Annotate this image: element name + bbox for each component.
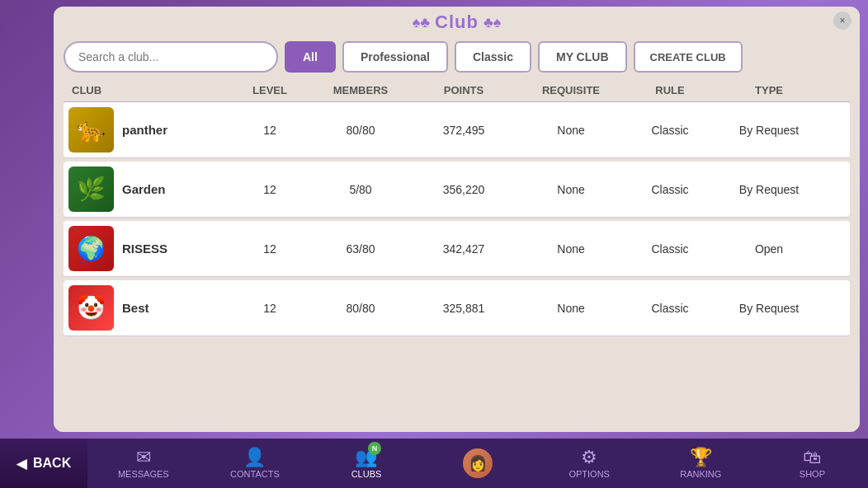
level-cell: 12 bbox=[229, 242, 311, 256]
rule-cell: Classic bbox=[625, 183, 715, 196]
nav-item-ranking[interactable]: 🏆 RANKING bbox=[645, 439, 757, 488]
requisite-cell: None bbox=[517, 183, 625, 196]
table-row[interactable]: 🌿 Garden 12 5/80 356,220 None Classic By… bbox=[64, 162, 850, 218]
nav-item-options[interactable]: ⚙ OPTIONS bbox=[534, 439, 645, 488]
type-cell: By Request bbox=[715, 183, 823, 196]
nav-item-shop[interactable]: 🛍 SHOP bbox=[757, 439, 868, 488]
search-filter-row: All Professional Classic MY CLUB CREATE … bbox=[54, 36, 860, 79]
type-cell: By Request bbox=[715, 124, 823, 137]
options-label: OPTIONS bbox=[568, 469, 610, 479]
title-bar: ♠♣ Club ♣♠ × bbox=[54, 7, 860, 36]
table-row[interactable]: 🌍 RISESS 12 63/80 342,427 None Classic O… bbox=[64, 221, 850, 277]
nav-item-contacts[interactable]: 👤 CONTACTS bbox=[199, 439, 310, 488]
club-logo-garden: 🌿 bbox=[68, 167, 114, 212]
clubs-badge: N bbox=[368, 442, 381, 455]
members-cell: 63/80 bbox=[311, 242, 410, 256]
col-type: TYPE bbox=[715, 84, 823, 96]
members-cell: 5/80 bbox=[311, 183, 410, 196]
dialog-title: Club bbox=[435, 12, 479, 33]
club-cell: 🤡 Best bbox=[64, 285, 229, 331]
members-cell: 80/80 bbox=[311, 302, 410, 315]
table-row[interactable]: 🤡 Best 12 80/80 325,881 None Classic By … bbox=[64, 280, 850, 336]
club-cell: 🌿 Garden bbox=[64, 167, 229, 212]
table-header: CLUB LEVEL MEMBERS POINTS REQUISITE RULE… bbox=[64, 79, 850, 102]
type-cell: Open bbox=[715, 242, 823, 256]
club-logo-panther: 🐆 bbox=[68, 107, 114, 152]
shop-icon: 🛍 bbox=[803, 448, 821, 467]
points-cell: 356,220 bbox=[410, 183, 517, 196]
filter-all-button[interactable]: All bbox=[285, 41, 336, 73]
table-row[interactable]: 🐆 panther 12 80/80 372,495 None Classic … bbox=[64, 102, 850, 158]
close-button[interactable]: × bbox=[833, 12, 851, 30]
messages-label: MESSAGES bbox=[118, 469, 169, 479]
points-cell: 342,427 bbox=[410, 242, 517, 256]
back-arrow-icon: ◀ bbox=[17, 456, 26, 472]
nav-item-profile[interactable]: 👩 bbox=[422, 439, 534, 488]
rule-cell: Classic bbox=[625, 302, 715, 315]
main-dialog: ♠♣ Club ♣♠ × All Professional Classic MY… bbox=[54, 7, 860, 432]
level-cell: 12 bbox=[229, 302, 311, 315]
club-name: Best bbox=[122, 301, 149, 315]
bottom-navigation: ◀ BACK ✉ MESSAGES 👤 CONTACTS N 👥 CLUBS 👩… bbox=[0, 439, 868, 488]
filter-professional-button[interactable]: Professional bbox=[342, 41, 448, 73]
col-requisite: REQUISITE bbox=[517, 84, 625, 96]
col-members: MEMBERS bbox=[311, 84, 410, 96]
col-level: LEVEL bbox=[229, 84, 311, 96]
club-logo-risess: 🌍 bbox=[68, 226, 114, 271]
clubs-table: CLUB LEVEL MEMBERS POINTS REQUISITE RULE… bbox=[54, 79, 860, 432]
club-name: panther bbox=[122, 123, 167, 137]
create-club-button[interactable]: CREATE CLUB bbox=[634, 41, 743, 73]
right-spades-icon: ♣♠ bbox=[484, 14, 501, 31]
type-cell: By Request bbox=[715, 302, 823, 315]
col-points: POINTS bbox=[410, 84, 517, 96]
nav-items-container: ✉ MESSAGES 👤 CONTACTS N 👥 CLUBS 👩 ⚙ OPTI… bbox=[87, 439, 868, 488]
back-button[interactable]: ◀ BACK bbox=[0, 439, 87, 488]
col-rule: RULE bbox=[625, 84, 715, 96]
level-cell: 12 bbox=[229, 183, 311, 196]
nav-item-messages[interactable]: ✉ MESSAGES bbox=[87, 439, 199, 488]
contacts-label: CONTACTS bbox=[230, 469, 280, 479]
requisite-cell: None bbox=[517, 242, 625, 256]
rule-cell: Classic bbox=[625, 242, 715, 256]
back-label: BACK bbox=[33, 456, 71, 471]
rule-cell: Classic bbox=[625, 124, 715, 137]
requisite-cell: None bbox=[517, 124, 625, 137]
nav-item-clubs[interactable]: N 👥 CLUBS bbox=[310, 439, 422, 488]
requisite-cell: None bbox=[517, 302, 625, 315]
contacts-icon: 👤 bbox=[243, 448, 266, 467]
left-spades-icon: ♠♣ bbox=[413, 14, 430, 31]
points-cell: 325,881 bbox=[410, 302, 517, 315]
club-logo-best: 🤡 bbox=[68, 285, 114, 331]
level-cell: 12 bbox=[229, 124, 311, 137]
club-cell: 🌍 RISESS bbox=[64, 226, 229, 271]
ranking-label: RANKING bbox=[680, 469, 721, 479]
messages-icon: ✉ bbox=[136, 448, 151, 467]
shop-label: SHOP bbox=[800, 469, 825, 479]
options-icon: ⚙ bbox=[581, 448, 597, 467]
clubs-label: CLUBS bbox=[351, 469, 382, 479]
club-cell: 🐆 panther bbox=[64, 107, 229, 152]
members-cell: 80/80 bbox=[311, 124, 410, 137]
ranking-icon: 🏆 bbox=[690, 448, 712, 467]
search-input[interactable] bbox=[64, 41, 278, 73]
avatar: 👩 bbox=[463, 448, 493, 478]
col-club: CLUB bbox=[64, 84, 229, 96]
filter-classic-button[interactable]: Classic bbox=[455, 41, 531, 73]
club-name: RISESS bbox=[122, 242, 167, 256]
filter-my-club-button[interactable]: MY CLUB bbox=[538, 41, 627, 73]
club-name: Garden bbox=[122, 182, 166, 196]
points-cell: 372,495 bbox=[410, 124, 517, 137]
